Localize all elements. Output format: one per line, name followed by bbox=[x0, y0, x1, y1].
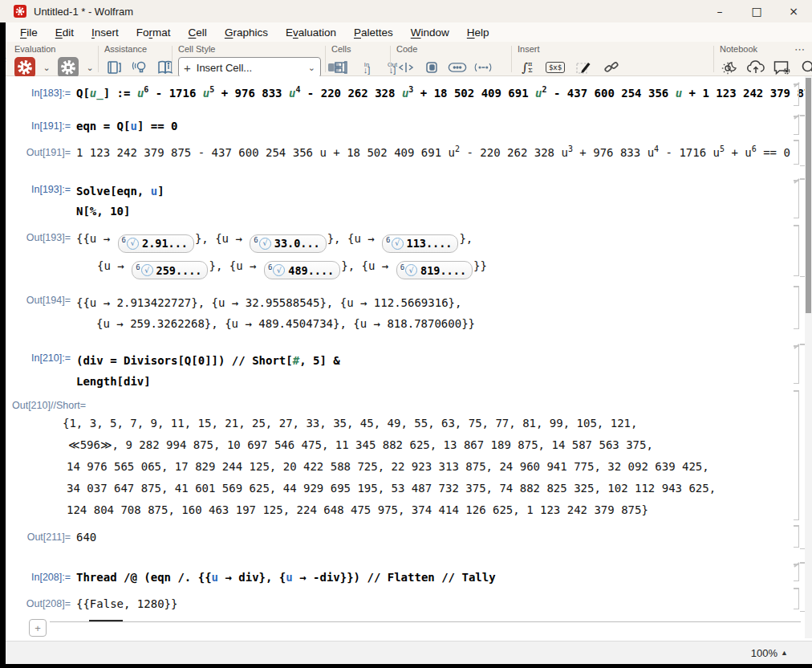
code-token: Solve[eqn, bbox=[76, 185, 151, 198]
copy-input-icon[interactable]: In ↓] bbox=[357, 58, 376, 77]
search-magnifier-icon[interactable] bbox=[799, 58, 812, 77]
cell-bracket[interactable] bbox=[793, 564, 799, 581]
menu-graphics[interactable]: Graphics bbox=[216, 25, 277, 40]
vertical-scrollbar[interactable] bbox=[805, 76, 812, 638]
close-button[interactable]: × bbox=[775, 0, 812, 22]
menu-palettes[interactable]: Palettes bbox=[345, 25, 402, 40]
insert-cell-bar: + bbox=[6, 618, 812, 641]
iconize-icon[interactable] bbox=[396, 58, 416, 77]
toolbar-overflow-icon[interactable]: ⋯ bbox=[794, 43, 806, 55]
zoom-control[interactable]: 100% ▲ bbox=[751, 647, 788, 659]
code-token: - 220 262 328 bbox=[300, 87, 401, 100]
cell-in193: In[193]:= Solve[eqn, u] N[%, 10] bbox=[6, 181, 812, 222]
desktop-edge-left bbox=[0, 22, 6, 668]
section-label: Evaluation bbox=[14, 44, 95, 54]
cloud-publish-icon[interactable] bbox=[746, 58, 765, 77]
cell-insertion-line[interactable] bbox=[50, 621, 801, 622]
code-token: → div}, { bbox=[218, 571, 286, 584]
cell-in208: In[208]:= Thread /@ (eqn /. {{u → div}, … bbox=[6, 569, 812, 585]
cell-bracket[interactable] bbox=[793, 116, 799, 135]
cell-out193: Out[193]= {{u → 6√2.91...}, {u → 6√33.0.… bbox=[6, 226, 812, 279]
code-token: - 1716 u bbox=[659, 146, 720, 159]
code-token: == 0 bbox=[757, 146, 790, 159]
menu-file[interactable]: File bbox=[11, 25, 47, 40]
code-token: # bbox=[293, 354, 299, 367]
chevron-down-icon[interactable]: ⌄ bbox=[85, 63, 95, 73]
maximize-button[interactable]: □ bbox=[738, 0, 775, 22]
code-token: }} bbox=[473, 259, 487, 272]
cell-bracket[interactable] bbox=[793, 286, 799, 329]
inline-math-icon[interactable]: $x$ bbox=[546, 58, 565, 77]
menu-cell[interactable]: Cell bbox=[180, 25, 216, 40]
cell-bracket[interactable] bbox=[793, 525, 799, 548]
root-object-box[interactable]: 6√819.... bbox=[396, 261, 473, 279]
evaluate-gear-play-icon[interactable] bbox=[14, 57, 35, 78]
code-token: }, {u → bbox=[327, 232, 381, 245]
chevron-down-icon[interactable]: ⌄ bbox=[42, 63, 51, 73]
title-bar: Untitled-1 * - Wolfram – □ × bbox=[0, 0, 812, 22]
scrollbar-thumb[interactable] bbox=[806, 78, 811, 313]
code-token: u bbox=[676, 87, 682, 100]
root-object-box[interactable]: 6√2.91... bbox=[118, 234, 194, 253]
cell-label: Out[208]= bbox=[6, 596, 76, 609]
ellipsis-pill-icon[interactable] bbox=[448, 58, 467, 77]
root-object-box[interactable]: 6√33.0... bbox=[250, 234, 326, 253]
code-token: u bbox=[130, 120, 136, 132]
cell-out194: Out[194]= {{u → 2.913422727}, {u → 32.95… bbox=[6, 292, 812, 334]
chat-settings-icon[interactable] bbox=[773, 58, 792, 77]
cell-label: Out[193]= bbox=[6, 226, 76, 243]
cell-label: Out[211]= bbox=[6, 529, 76, 543]
free-form-pencil-icon[interactable] bbox=[574, 58, 593, 77]
code-token: + u bbox=[725, 146, 752, 159]
plus-icon: + bbox=[184, 61, 191, 75]
root-approx-value: 819.... bbox=[420, 258, 466, 283]
wolfram-app-icon bbox=[14, 5, 26, 18]
minimize-button[interactable]: – bbox=[701, 0, 738, 22]
cell-bracket[interactable] bbox=[793, 225, 799, 276]
hyperlink-icon[interactable] bbox=[602, 58, 621, 77]
pattern-sequence-icon[interactable] bbox=[473, 58, 493, 77]
root-object-box[interactable]: 6√489.... bbox=[264, 261, 340, 279]
documentation-lookup-icon[interactable] bbox=[104, 58, 124, 77]
cell-bracket[interactable] bbox=[793, 180, 799, 218]
cell-bracket[interactable] bbox=[793, 588, 799, 609]
window-title: Untitled-1 * - Wolfram bbox=[34, 6, 701, 18]
menu-evaluation[interactable]: Evaluation bbox=[277, 25, 345, 40]
status-bar: 100% ▲ bbox=[6, 641, 812, 664]
menu-window[interactable]: Window bbox=[402, 25, 458, 40]
menu-help[interactable]: Help bbox=[458, 25, 498, 40]
root-approx-value: 489.... bbox=[288, 258, 334, 283]
menu-format[interactable]: Format bbox=[128, 25, 180, 40]
root-object-box[interactable]: 6√113.... bbox=[382, 234, 458, 253]
code-token: + 976 833 bbox=[214, 87, 289, 100]
toolbar-section-code: Code bbox=[396, 44, 493, 79]
boxed-cell-icon[interactable] bbox=[422, 58, 441, 77]
cell-in183: In[183]:= Q[u_] := u6 - 1716 u5 + 976 83… bbox=[6, 85, 812, 101]
code-token: }, {u → bbox=[195, 232, 249, 245]
cell-bracket[interactable] bbox=[793, 390, 799, 520]
code-token: , 5] & bbox=[299, 354, 340, 367]
suggestions-lightbulb-icon[interactable] bbox=[130, 58, 149, 77]
code-token: ] == 0 bbox=[137, 120, 178, 132]
code-token: → -div}}) // Flatten // Tally bbox=[293, 571, 496, 584]
cell-bracket[interactable] bbox=[793, 140, 799, 165]
abort-gear-icon[interactable] bbox=[58, 57, 79, 78]
root-object-box[interactable]: 6√259.... bbox=[132, 261, 208, 279]
menu-edit[interactable]: Edit bbox=[47, 25, 83, 40]
cell-label: In[210]:= bbox=[6, 350, 76, 364]
cell-bracket[interactable] bbox=[793, 345, 799, 384]
insert-cell-plus-button[interactable]: + bbox=[29, 619, 47, 637]
insert-cell-dropdown[interactable]: + Insert Cell... ⌄ bbox=[178, 57, 321, 78]
cell-label: In[193]:= bbox=[6, 181, 76, 195]
section-label: Assistance bbox=[104, 44, 175, 54]
code-token: 1 123 242 379 875 - 437 600 254 356 u + … bbox=[76, 146, 455, 159]
cell-out191: Out[191]= 1 123 242 379 875 - 437 600 25… bbox=[6, 145, 812, 161]
math-template-icon[interactable]: ∫ πΣ bbox=[518, 58, 537, 77]
menu-insert[interactable]: Insert bbox=[83, 25, 128, 40]
cell-label: Out[191]= bbox=[6, 145, 76, 158]
radical-icon: √ bbox=[141, 264, 153, 276]
code-token: u bbox=[535, 87, 542, 100]
cell-bracket[interactable] bbox=[793, 84, 799, 106]
group-cells-icon[interactable] bbox=[331, 58, 351, 77]
theme-sun-moon-icon[interactable] bbox=[720, 58, 739, 77]
